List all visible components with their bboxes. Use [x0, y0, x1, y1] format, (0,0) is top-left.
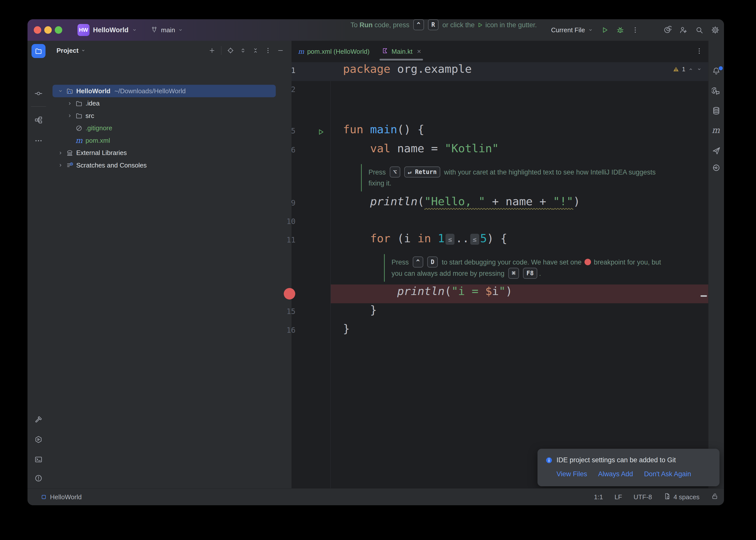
- editor-tab[interactable]: Main.kt×: [375, 41, 427, 62]
- breakpoint-dot[interactable]: [284, 288, 295, 300]
- ignored-icon: [74, 124, 84, 132]
- commit-tool-button[interactable]: [34, 89, 43, 99]
- line-number[interactable]: 2: [260, 85, 296, 96]
- run-button[interactable]: [600, 26, 609, 34]
- chevron-right-icon[interactable]: [56, 150, 65, 156]
- history-tool-button[interactable]: [712, 163, 721, 173]
- project-selector[interactable]: HelloWorld: [93, 19, 138, 41]
- notification-popup: IDE project settings can be added to Git…: [538, 449, 719, 486]
- tree-item-path: ~/Downloads/HelloWorld: [114, 87, 186, 95]
- project-name: HelloWorld: [93, 26, 129, 34]
- debug-button[interactable]: [616, 26, 624, 34]
- tree-item[interactable]: Scratches and Consoles: [53, 159, 276, 172]
- lock-widget[interactable]: [711, 492, 718, 502]
- services-tool-button[interactable]: [34, 435, 43, 445]
- line-ending-widget[interactable]: LF: [614, 493, 622, 501]
- project-tool-button[interactable]: [32, 44, 46, 58]
- tab-options-button[interactable]: [695, 47, 703, 55]
- line-number[interactable]: 10: [260, 217, 296, 228]
- notification-action-link[interactable]: View Files: [557, 470, 587, 478]
- chevron-right-icon[interactable]: [56, 162, 65, 169]
- expand-all-button[interactable]: [239, 47, 246, 54]
- code-line[interactable]: }: [343, 303, 377, 322]
- inspections-widget[interactable]: 1: [669, 64, 706, 75]
- tree-item[interactable]: mpom.xml: [53, 134, 285, 147]
- run-configuration-selector[interactable]: Current File: [551, 26, 593, 34]
- prev-problem-button[interactable]: [688, 66, 694, 72]
- database-tool-button[interactable]: [712, 106, 721, 116]
- tree-item-label: .gitignore: [85, 124, 112, 132]
- status-bar: HelloWorld 1:1LFUTF-84 spaces: [28, 488, 724, 505]
- line-number[interactable]: 11: [260, 235, 296, 246]
- tree-item-label: pom.xml: [85, 137, 110, 145]
- line-number[interactable]: 1: [260, 66, 296, 77]
- chevron-right-icon[interactable]: [65, 112, 74, 119]
- notification-action-link[interactable]: Always Add: [598, 470, 633, 478]
- minimize-window-button[interactable]: [44, 26, 52, 34]
- hint-block-bar: [361, 164, 362, 192]
- line-number[interactable]: 6: [260, 146, 296, 157]
- collapse-all-button[interactable]: [252, 47, 259, 54]
- keycap: ⌥: [390, 167, 400, 178]
- encoding-widget[interactable]: UTF-8: [634, 493, 652, 501]
- keycap: ^: [413, 19, 424, 30]
- close-window-button[interactable]: [34, 26, 41, 34]
- tree-item[interactable]: .idea: [53, 97, 285, 110]
- terminal-tool-button[interactable]: [34, 455, 43, 465]
- search-icon[interactable]: [695, 26, 703, 34]
- run-gutter-icon[interactable]: [316, 128, 325, 137]
- locate-button[interactable]: [227, 47, 234, 54]
- line-number[interactable]: 9: [260, 199, 296, 209]
- add-user-icon[interactable]: [679, 26, 688, 34]
- code-line[interactable]: for (i in 1≤..≤5) {: [343, 232, 507, 250]
- code-line[interactable]: println("i = $i"): [343, 285, 512, 303]
- code-line[interactable]: fun main() {: [343, 123, 424, 141]
- line-number[interactable]: 15: [260, 307, 296, 318]
- tree-item[interactable]: .gitignore: [53, 122, 285, 134]
- tree-item[interactable]: HelloWorld~/Downloads/HelloWorld: [53, 85, 276, 97]
- run-icon: [476, 21, 483, 32]
- chevron-right-icon[interactable]: [65, 100, 74, 107]
- maven-tool-button[interactable]: m: [712, 126, 720, 134]
- branch-selector[interactable]: main: [161, 19, 184, 41]
- plane-tool-button[interactable]: [712, 146, 721, 156]
- tab-label: Main.kt: [392, 48, 413, 56]
- code-line[interactable]: println("Hello, " + name + "!"): [343, 195, 580, 213]
- code-line[interactable]: package org.example: [343, 62, 472, 81]
- more-tool-button[interactable]: [34, 137, 43, 146]
- tree-item-label: Scratches and Consoles: [76, 162, 147, 169]
- chevron-down-icon[interactable]: [56, 88, 65, 94]
- editor-tab[interactable]: mpom.xml (HelloWorld): [292, 41, 375, 62]
- hide-button[interactable]: [277, 47, 284, 54]
- project-panel-title-selector[interactable]: Project: [57, 47, 86, 55]
- ai-chat-tool-button[interactable]: [712, 86, 721, 96]
- more-vertical-button[interactable]: [265, 47, 272, 54]
- line-number[interactable]: 5: [260, 126, 296, 138]
- indent-widget[interactable]: 4 spaces: [664, 492, 699, 502]
- inlay-hint: ≤: [445, 234, 454, 245]
- tree-item[interactable]: src: [53, 109, 285, 122]
- project-panel-toolbar: [208, 41, 284, 60]
- close-tab-icon[interactable]: ×: [417, 48, 421, 56]
- notification-actions: View FilesAlways AddDon't Ask Again: [557, 470, 691, 478]
- next-problem-button[interactable]: [696, 66, 702, 72]
- add-button[interactable]: [208, 47, 215, 54]
- problems-tool-button[interactable]: [34, 474, 43, 483]
- line-number[interactable]: 16: [260, 326, 296, 337]
- code-line[interactable]: }: [343, 322, 350, 340]
- caret-position-widget[interactable]: 1:1: [594, 493, 603, 501]
- zoom-window-button[interactable]: [55, 26, 62, 34]
- code-line[interactable]: val name = "Kotlin": [343, 142, 499, 160]
- build-tool-button[interactable]: [34, 415, 43, 425]
- more-actions-button[interactable]: [632, 26, 639, 34]
- chevron-down-icon: [132, 27, 138, 33]
- status-project-widget[interactable]: HelloWorld: [41, 493, 82, 501]
- settings-icon[interactable]: [711, 26, 719, 34]
- interline-hint: fixing it.: [368, 178, 392, 189]
- scrollbar-caret-mark: [700, 295, 707, 297]
- tree-item[interactable]: External Libraries: [53, 147, 276, 159]
- notification-action-link[interactable]: Don't Ask Again: [644, 470, 691, 478]
- left-tool-strip: [28, 41, 50, 488]
- structure-tool-button[interactable]: [34, 116, 43, 125]
- ai-assistant-icon[interactable]: [663, 26, 672, 34]
